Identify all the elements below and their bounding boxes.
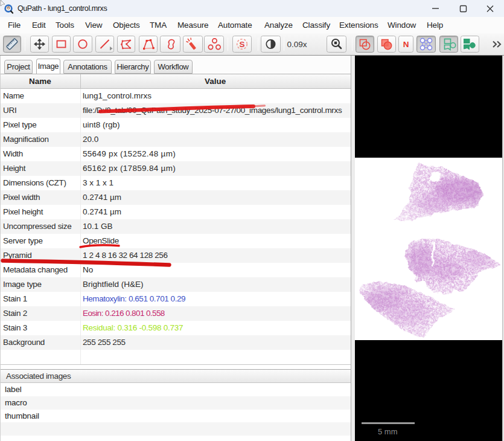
- svg-text:N: N: [403, 40, 409, 49]
- svg-text:S: S: [239, 40, 244, 49]
